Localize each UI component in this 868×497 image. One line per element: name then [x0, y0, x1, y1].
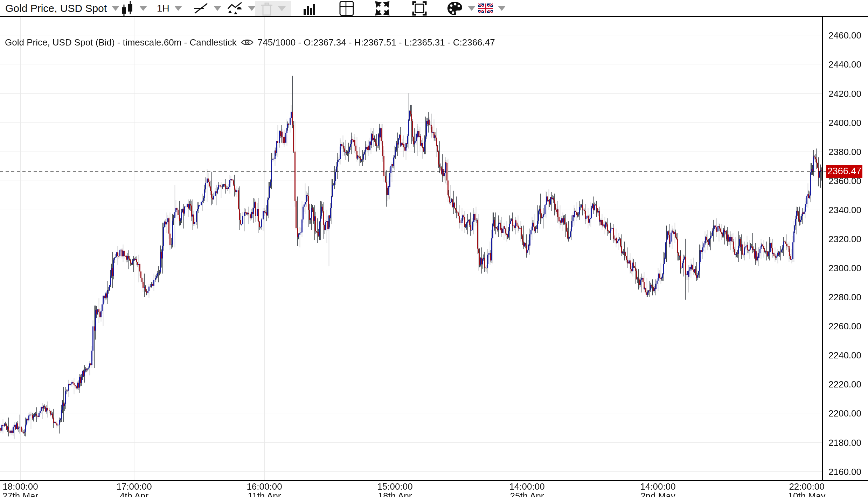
candlestick-icon [120, 0, 134, 16]
trading-chart-app: Gold Price, USD Spot 1H [0, 0, 868, 497]
chevron-down-icon [112, 6, 119, 11]
language-selector[interactable] [478, 0, 506, 17]
pattern-tool-button[interactable] [227, 0, 256, 17]
chevron-down-icon [248, 6, 256, 11]
chevron-down-icon [139, 6, 147, 11]
interval-label: 1H [157, 3, 169, 14]
price-tick-label: 2300.00 [828, 263, 861, 274]
trash-icon [261, 2, 273, 16]
time-tick-label: 22:00:0010th May [788, 482, 826, 497]
price-tick-label: 2460.00 [828, 30, 861, 41]
grid-layout-icon [339, 0, 354, 16]
time-tick-label: 14:00:0025th Apr [509, 482, 544, 497]
price-tick-label: 2240.00 [828, 350, 861, 361]
instrument-selector[interactable]: Gold Price, USD Spot [5, 0, 119, 17]
price-tick-label: 2400.00 [828, 118, 861, 128]
price-axis-border [822, 17, 823, 481]
price-tick-label: 2440.00 [828, 59, 861, 70]
chevron-down-icon [174, 6, 182, 11]
trendline-tool-button[interactable] [193, 0, 221, 17]
chevron-down-icon [468, 6, 475, 11]
current-price-line [0, 171, 826, 172]
candlestick-plot-canvas[interactable] [0, 17, 822, 481]
legend-title: Gold Price, USD Spot (Bid) - timescale.6… [5, 37, 237, 48]
current-price-tag: 2366.47 [826, 165, 862, 178]
delete-drawing-button-disabled[interactable] [255, 1, 291, 17]
price-tick-label: 2180.00 [828, 438, 861, 448]
grid-layout-button[interactable] [339, 0, 354, 17]
time-tick-label: 18:00:0027th Mar [2, 482, 39, 497]
chevron-down-icon [278, 6, 286, 11]
time-tick-label: 15:00:0018th Apr [377, 482, 412, 497]
chart-area: Gold Price, USD Spot (Bid) - timescale.6… [0, 17, 868, 481]
price-tick-label: 2160.00 [828, 467, 861, 477]
toolbar: Gold Price, USD Spot 1H [0, 0, 868, 17]
expand-arrows-icon [375, 1, 390, 16]
price-tick-label: 2420.00 [828, 89, 861, 99]
fullscreen-button[interactable] [375, 0, 390, 17]
volume-toggle-button[interactable] [303, 0, 316, 17]
price-tick-label: 2220.00 [828, 379, 861, 390]
interval-selector[interactable]: 1H [157, 0, 182, 17]
theme-button[interactable] [447, 0, 475, 17]
chevron-down-icon [214, 6, 221, 11]
instrument-label: Gold Price, USD Spot [5, 2, 107, 14]
frame-crop-icon [412, 1, 427, 16]
price-tick-label: 2340.00 [828, 205, 861, 216]
time-tick-label: 16:00:0011th Apr [246, 482, 282, 497]
time-tick-label: 17:00:004th Apr [116, 482, 152, 497]
chart-legend: Gold Price, USD Spot (Bid) - timescale.6… [5, 36, 495, 48]
time-tick-label: 14:00:002nd May [640, 482, 675, 497]
palette-icon [447, 1, 463, 16]
screenshot-button[interactable] [412, 0, 427, 17]
chart-type-button[interactable] [120, 0, 147, 17]
price-tick-label: 2320.00 [828, 234, 861, 245]
price-tick-label: 2260.00 [828, 321, 861, 332]
trendline-crossed-icon [193, 1, 209, 15]
price-tick-label: 2380.00 [828, 147, 861, 158]
price-axis[interactable]: 2460.002440.002420.002400.002380.002360.… [823, 17, 868, 481]
uk-flag-icon [478, 4, 493, 13]
eye-visibility-icon[interactable] [241, 38, 254, 47]
chevron-down-icon [498, 6, 506, 11]
price-tick-label: 2280.00 [828, 292, 861, 303]
legend-stats: 745/1000 - O:2367.34 - H:2367.51 - L:236… [258, 37, 495, 48]
time-axis[interactable]: 18:00:0027th Mar17:00:004th Apr16:00:001… [0, 482, 868, 497]
zigzag-pattern-icon [227, 1, 243, 16]
volume-bars-icon [303, 1, 316, 15]
price-tick-label: 2200.00 [828, 408, 861, 419]
